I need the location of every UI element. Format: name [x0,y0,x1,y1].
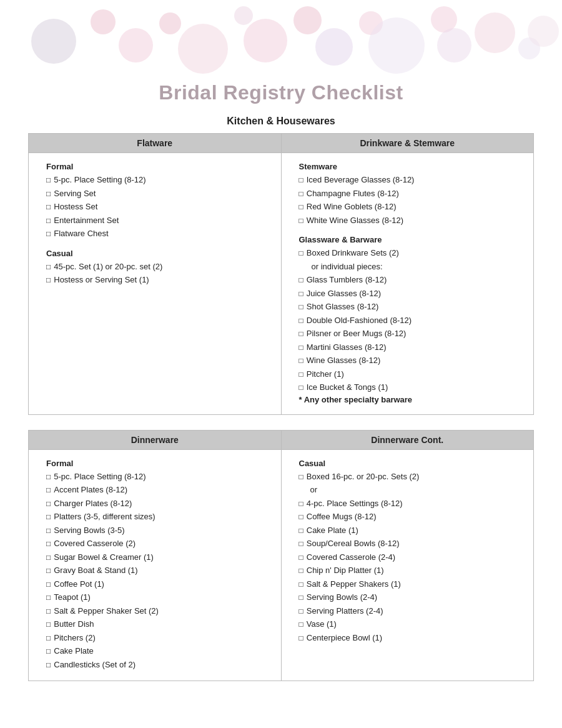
list-item: □Pitchers (2) [46,632,270,644]
list-item: □5-pc. Place Setting (8-12) [46,471,270,483]
list-item: or [299,484,523,496]
list-item: □Sugar Bowel & Creamer (1) [46,551,270,564]
list-item: □Hostess Set [46,201,270,213]
list-item: □Juice Glasses (8-12) [299,287,523,300]
list-item: □Salt & Pepper Shakers (1) [299,578,523,591]
list-item: □4-pc. Place Settings (8-12) [299,497,523,510]
flatware-drinkware-table: Flatware Drinkware & Stemware Formal □5-… [28,133,534,415]
dinnerware-table: Dinnerware Dinnerware Cont. Formal □5-pc… [28,430,534,682]
dinnerware-col1: Formal □5-pc. Place Setting (8-12) □Acce… [29,449,282,681]
list-item: □Gravy Boat & Stand (1) [46,564,270,577]
list-item: □Wine Glasses (8-12) [299,354,523,367]
list-item: □Red Wine Goblets (8-12) [299,201,523,213]
list-item: □45-pc. Set (1) or 20-pc. set (2) [46,261,270,273]
dinnerware-formal-title: Formal [46,459,270,468]
barware-title: Glassware & Barware [299,235,523,244]
list-item: □Chip n' Dip Platter (1) [299,564,523,577]
flatware-formal-title: Formal [46,162,270,171]
list-item: □Glass Tumblers (8-12) [299,274,523,286]
list-item: □Cake Plate [46,645,270,657]
list-item: □Butter Dish [46,618,270,631]
list-item: □Champagne Flutes (8-12) [299,187,523,200]
bubble-decoration [0,0,562,81]
list-item: □Covered Casserole (2) [46,537,270,550]
list-item: □Martini Glasses (8-12) [299,341,523,354]
dinnerware-header: Dinnerware [29,430,282,449]
drinkware-col: Stemware □Iced Beverage Glasses (8-12) □… [281,153,534,415]
list-item: or individual pieces: [299,261,523,273]
page-title: Bridal Registry Checklist [0,81,562,104]
list-item: □Vase (1) [299,618,523,631]
list-item: □Serving Set [46,187,270,200]
dinnerware-casual-title: Casual [299,459,523,468]
list-item: □Pitcher (1) [299,368,523,381]
list-item: □Accent Plates (8-12) [46,484,270,496]
list-item: □Candlesticks (Set of 2) [46,659,270,671]
drinkware-header: Drinkware & Stemware [281,134,534,153]
list-item: □Flatware Chest [46,227,270,240]
list-item: □Salt & Pepper Shaker Set (2) [46,605,270,617]
list-item: □White Wine Glasses (8-12) [299,214,523,227]
barware-note: * Any other specialty barware [299,395,523,404]
dinnerware-cont-header: Dinnerware Cont. [281,430,534,449]
list-item: □Boxed Drinkware Sets (2) [299,247,523,259]
list-item: □Soup/Cereal Bowls (8-12) [299,537,523,550]
flatware-col: Formal □5-pc. Place Setting (8-12) □Serv… [29,153,282,415]
list-item: □Pilsner or Beer Mugs (8-12) [299,327,523,340]
list-item: □Platters (3-5, different sizes) [46,511,270,523]
list-item: □Ice Bucket & Tongs (1) [299,381,523,394]
list-item: □Serving Bowls (3-5) [46,524,270,537]
list-item: □Charger Plates (8-12) [46,497,270,510]
dinnerware-col2: Casual □Boxed 16-pc. or 20-pc. Sets (2) … [281,449,534,681]
list-item: □Shot Glasses (8-12) [299,301,523,313]
list-item: □Serving Platters (2-4) [299,605,523,617]
list-item: □Cake Plate (1) [299,524,523,537]
stemware-title: Stemware [299,162,523,171]
list-item: □Coffee Pot (1) [46,578,270,591]
list-item: □Serving Bowls (2-4) [299,591,523,604]
list-item: □Coffee Mugs (8-12) [299,511,523,523]
list-item: □Double Old-Fashioned (8-12) [299,314,523,327]
list-item: □Iced Beverage Glasses (8-12) [299,174,523,186]
section1-heading: Kitchen & Housewares [0,116,562,127]
list-item: □Centerpiece Bowl (1) [299,632,523,644]
list-item: □5-pc. Place Setting (8-12) [46,174,270,186]
list-item: □Boxed 16-pc. or 20-pc. Sets (2) [299,471,523,483]
list-item: □Teapot (1) [46,591,270,604]
list-item: □Covered Casserole (2-4) [299,551,523,564]
flatware-header: Flatware [29,134,282,153]
list-item: □Hostess or Serving Set (1) [46,274,270,286]
flatware-casual-title: Casual [46,249,270,258]
list-item: □Entertainment Set [46,214,270,227]
